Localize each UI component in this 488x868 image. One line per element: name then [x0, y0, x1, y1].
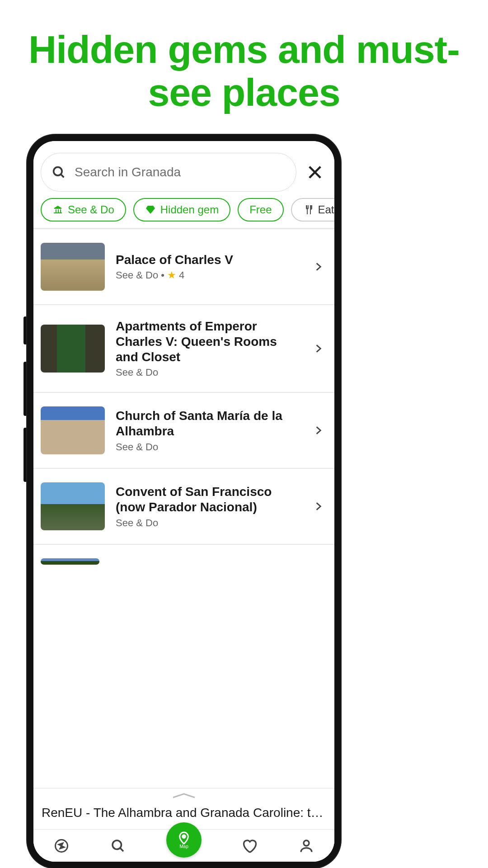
chip-label: Hidden gem	[160, 203, 219, 216]
filter-chips: See & Do Hidden gem Free Eat P	[33, 198, 334, 228]
chip-free[interactable]: Free	[238, 198, 283, 222]
building-icon	[52, 204, 63, 215]
search-field[interactable]	[41, 153, 296, 192]
place-meta: See & Do	[116, 367, 302, 378]
sheet-handle[interactable]	[33, 788, 334, 801]
place-category: See & Do	[116, 367, 158, 378]
chip-hidden-gem[interactable]: Hidden gem	[133, 198, 230, 222]
place-title: Church of Santa María de la Alhambra	[116, 408, 302, 439]
place-meta: See & Do	[116, 517, 302, 529]
list-item-body: Church of Santa María de la Alhambra See…	[116, 408, 302, 453]
place-thumbnail	[41, 406, 105, 454]
place-rating: 4	[179, 269, 184, 281]
tab-favorites[interactable]	[242, 838, 258, 854]
utensils-icon	[303, 204, 314, 215]
list-item-body: Convent of San Francisco (now Parador Na…	[116, 484, 302, 528]
search-bar-row	[33, 153, 334, 198]
place-thumbnail	[41, 558, 99, 565]
tab-map[interactable]: Map	[166, 822, 202, 858]
chip-label: Free	[249, 203, 272, 216]
close-icon	[305, 163, 324, 182]
chevron-right-icon	[313, 343, 324, 354]
place-thumbnail	[41, 482, 105, 530]
svg-line-7	[120, 848, 123, 851]
place-thumbnail	[41, 243, 105, 291]
place-meta: See & Do • ★ 4	[116, 269, 302, 281]
chevron-up-icon	[171, 792, 197, 799]
app-screen: See & Do Hidden gem Free Eat P	[33, 141, 334, 862]
list-item[interactable]: Apartments of Emperor Charles V: Queen's…	[33, 305, 334, 393]
list-item-peek[interactable]	[33, 545, 334, 565]
map-pin-icon	[177, 830, 191, 845]
meta-separator: •	[161, 269, 164, 281]
phone-button-decor	[23, 428, 27, 482]
svg-line-1	[61, 175, 64, 178]
phone-frame: See & Do Hidden gem Free Eat P	[27, 135, 341, 868]
list-item[interactable]: Palace of Charles V See & Do • ★ 4	[33, 229, 334, 305]
place-thumbnail	[41, 325, 105, 373]
chevron-right-icon	[313, 261, 324, 273]
places-list: Palace of Charles V See & Do • ★ 4 Apart…	[33, 229, 334, 788]
place-meta: See & Do	[116, 441, 302, 453]
list-item[interactable]: Convent of San Francisco (now Parador Na…	[33, 469, 334, 545]
place-title: Apartments of Emperor Charles V: Queen's…	[116, 319, 302, 365]
close-button[interactable]	[303, 160, 327, 184]
star-icon: ★	[167, 269, 176, 281]
phone-button-decor	[23, 316, 27, 344]
place-category: See & Do	[116, 517, 158, 529]
promo-headline: Hidden gems and must-see places	[0, 0, 488, 132]
search-icon	[110, 838, 126, 854]
list-item-body: Palace of Charles V See & Do • ★ 4	[116, 252, 302, 281]
place-title: Palace of Charles V	[116, 252, 302, 268]
tab-search[interactable]	[110, 838, 126, 854]
chip-label: Eat	[318, 203, 334, 216]
list-item-body: Apartments of Emperor Charles V: Queen's…	[116, 319, 302, 378]
bottom-tabbar: Map	[33, 829, 334, 862]
gem-icon	[145, 204, 156, 215]
chip-eat[interactable]: Eat	[291, 198, 334, 222]
heart-icon	[242, 838, 258, 854]
search-input[interactable]	[75, 165, 286, 179]
tab-explore[interactable]	[53, 838, 70, 854]
place-category: See & Do	[116, 441, 158, 453]
chevron-right-icon	[313, 500, 324, 512]
tab-profile[interactable]	[298, 838, 314, 854]
svg-point-9	[304, 840, 309, 846]
chip-label: See & Do	[68, 203, 114, 216]
svg-point-6	[113, 840, 122, 849]
tab-map-label: Map	[179, 844, 188, 849]
search-icon	[51, 165, 66, 180]
svg-point-8	[183, 835, 186, 838]
chevron-right-icon	[313, 425, 324, 436]
compass-icon	[53, 838, 70, 854]
user-icon	[298, 838, 314, 854]
svg-point-0	[54, 167, 62, 175]
phone-button-decor	[23, 362, 27, 416]
svg-marker-5	[59, 843, 64, 849]
list-item[interactable]: Church of Santa María de la Alhambra See…	[33, 393, 334, 469]
chip-see-and-do[interactable]: See & Do	[41, 198, 126, 222]
place-title: Convent of San Francisco (now Parador Na…	[116, 484, 302, 515]
place-category: See & Do	[116, 269, 158, 281]
